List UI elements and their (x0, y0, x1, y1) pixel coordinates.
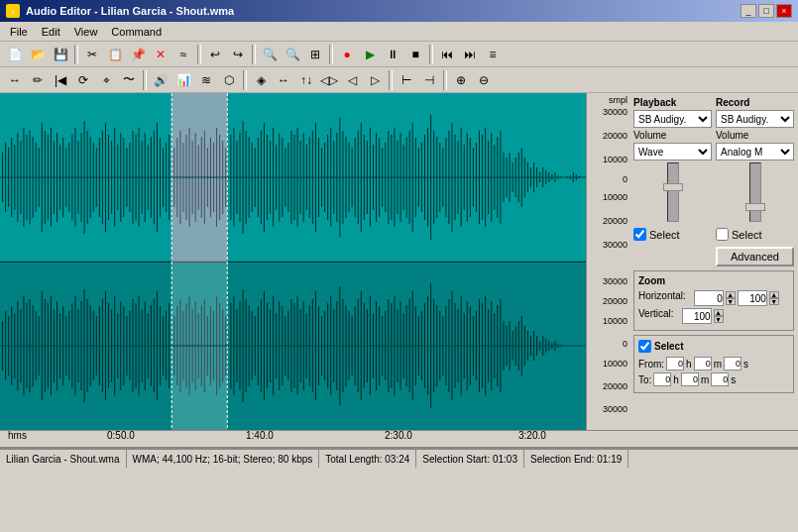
spectrum-tool[interactable]: ⬡ (218, 69, 240, 91)
filter-tool[interactable]: ◈ (250, 69, 272, 91)
record-volume-device-select[interactable]: Analog M (716, 143, 794, 160)
status-bar: Lilian Garcia - Shout.wma WMA; 44,100 Hz… (0, 448, 798, 468)
undo-button[interactable]: ↩ (204, 44, 226, 65)
vol-tool[interactable]: ◁▷ (318, 69, 340, 91)
waveform-area[interactable]: smpl 30000 20000 10000 0 10000 20000 300… (0, 93, 629, 430)
to-h-input[interactable] (653, 372, 671, 386)
maximize-button[interactable]: □ (758, 4, 774, 18)
zoom-vertical-spin[interactable]: ▲ ▼ (714, 309, 724, 323)
copy-button[interactable]: 📋 (104, 44, 126, 65)
playback-select-label: Select (649, 229, 680, 241)
cut-button[interactable]: ✂ (81, 44, 103, 65)
record-button[interactable]: ● (336, 44, 358, 65)
misc-button[interactable]: ≡ (482, 44, 504, 65)
playback-title: Playback (633, 97, 712, 108)
menu-view[interactable]: View (68, 25, 104, 39)
zoom-horizontal-start-spin[interactable]: ▲ ▼ (726, 291, 736, 305)
window-controls[interactable]: _ □ × (741, 4, 792, 18)
zoom-h-start-down[interactable]: ▼ (726, 298, 736, 305)
reverse-tool[interactable]: ↔ (273, 69, 294, 91)
record-volume-thumb[interactable] (745, 203, 765, 211)
close-button[interactable]: × (776, 4, 792, 18)
zoom-v-up[interactable]: ▲ (714, 309, 724, 316)
graph-tool[interactable]: 📊 (172, 69, 194, 91)
zoom-out-button[interactable]: 🔍 (259, 44, 281, 65)
from-s-input[interactable] (724, 357, 741, 371)
sep8 (389, 70, 393, 90)
open-button[interactable]: 📂 (27, 44, 49, 65)
record-volume-track[interactable] (749, 162, 761, 222)
paste-button[interactable]: 📌 (127, 44, 149, 65)
zoom-tool[interactable]: ⌖ (95, 69, 117, 91)
pitch-tool[interactable]: ↑↓ (295, 69, 317, 91)
advanced-button[interactable]: Advanced (716, 247, 794, 266)
zoom-h-end-up[interactable]: ▲ (769, 291, 779, 298)
extra-tool[interactable]: ⊕ (450, 69, 472, 91)
zoom-h-start-up[interactable]: ▲ (726, 291, 736, 298)
eq-tool[interactable]: ≋ (195, 69, 217, 91)
record-select-checkbox[interactable] (716, 228, 729, 241)
to-s-input[interactable] (711, 372, 729, 386)
mark-tool[interactable]: ⊢ (396, 69, 417, 91)
next-button[interactable]: ⏭ (459, 44, 481, 65)
waveform-display[interactable] (0, 93, 586, 430)
mark2-tool[interactable]: ⊣ (418, 69, 440, 91)
playback-volume-track[interactable] (667, 162, 679, 222)
save-button[interactable]: 💾 (50, 44, 71, 65)
zoom-v-down[interactable]: ▼ (714, 316, 724, 323)
zoom-horizontal-label: Horizontal: (638, 290, 686, 306)
menu-edit[interactable]: Edit (36, 25, 66, 39)
minimize-button[interactable]: _ (741, 4, 756, 18)
record-device-select[interactable]: SB Audigy. (716, 110, 794, 128)
from-s-sep: s (743, 359, 748, 370)
fade2-tool[interactable]: ▷ (364, 69, 386, 91)
play-button[interactable]: ▶ (359, 44, 381, 65)
from-label: From: (638, 359, 664, 370)
status-info: WMA; 44,100 Hz; 16-bit; Stereo; 80 kbps (127, 450, 320, 468)
playback-device-select[interactable]: SB Audigy. (633, 110, 712, 128)
from-m-input[interactable] (694, 357, 712, 371)
select-section-checkbox[interactable] (638, 340, 651, 353)
extra2-tool[interactable]: ⊖ (473, 69, 495, 91)
stop-button[interactable]: ■ (404, 44, 426, 65)
prev-button[interactable]: ⏮ (436, 44, 458, 65)
zoom-fit-button[interactable]: ⊞ (304, 44, 326, 65)
sep2 (197, 45, 201, 64)
menu-bar: File Edit View Command (0, 22, 798, 42)
waveform-svg (0, 93, 586, 430)
amplitude-scale: smpl 30000 20000 10000 0 10000 20000 300… (586, 93, 629, 430)
redo-button[interactable]: ↪ (227, 44, 249, 65)
to-m-input[interactable] (681, 372, 699, 386)
from-h-input[interactable] (666, 357, 684, 371)
delete-button[interactable]: ✕ (150, 44, 171, 65)
loop-tool[interactable]: ⟳ (72, 69, 94, 91)
window-title: Audio Editor - Lilian Garcia - Shout.wma (26, 5, 234, 17)
zoom-h-end-down[interactable]: ▼ (769, 298, 779, 305)
playback-volume-device-select[interactable]: Wave (633, 143, 712, 160)
fade-tool[interactable]: ◁ (341, 69, 363, 91)
zoom-in-button[interactable]: 🔍 (282, 44, 303, 65)
timeline-hms: hms (8, 430, 27, 441)
zoom-horizontal-end-input[interactable] (738, 290, 767, 306)
draw-tool[interactable]: ✏ (27, 69, 49, 91)
playback-record-section: Playback SB Audigy. Volume Wave Select (633, 97, 794, 266)
zoom-vertical-label: Vertical: (638, 308, 674, 324)
playback-volume-thumb[interactable] (663, 183, 683, 191)
menu-file[interactable]: File (4, 25, 34, 39)
zoom-vertical-input[interactable] (682, 308, 712, 324)
zoom-horizontal-end-spin[interactable]: ▲ ▼ (769, 291, 779, 305)
new-button[interactable]: 📄 (4, 44, 26, 65)
pause-button[interactable]: ⏸ (382, 44, 403, 65)
special-button[interactable]: ≈ (172, 44, 194, 65)
menu-command[interactable]: Command (105, 25, 168, 39)
marker-tool[interactable]: |◀ (50, 69, 71, 91)
toolbar-1: 📄 📂 💾 ✂ 📋 📌 ✕ ≈ ↩ ↪ 🔍 🔍 ⊞ ● ▶ ⏸ ■ ⏮ ⏭ ≡ (0, 42, 798, 67)
wave-tool[interactable]: 〜 (118, 69, 140, 91)
to-h-sep: h (673, 374, 679, 385)
playback-select-checkbox[interactable] (633, 228, 646, 241)
speaker-tool[interactable]: 🔊 (150, 69, 171, 91)
zoom-horizontal-start-input[interactable] (694, 290, 724, 306)
sep5 (429, 45, 433, 64)
select-tool[interactable]: ↔ (4, 69, 26, 91)
from-h-sep: h (686, 359, 692, 370)
